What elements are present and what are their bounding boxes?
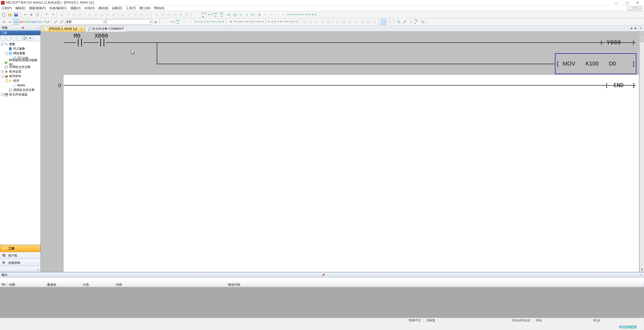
edit-c4[interactable]: ⬚ <box>320 19 325 25</box>
edit-sf6[interactable]: ⊢/⊣ <box>176 19 182 25</box>
zoom-in-button[interactable]: 🔍+ <box>414 19 420 25</box>
navcat-userlib[interactable]: 📚用户库 <box>0 252 40 259</box>
menu-help[interactable]: 帮助(H) <box>154 6 164 10</box>
ladder-cf9[interactable]: ×— <box>250 12 256 18</box>
col-dataname[interactable]: 数据名 <box>46 282 81 287</box>
col-content[interactable]: 内容 <box>115 282 226 287</box>
open-button[interactable] <box>7 12 13 18</box>
tree-tool-1[interactable]: 📄 <box>1 36 6 40</box>
tree-param[interactable]: -🔧参数 <box>0 42 40 46</box>
mdi-restore[interactable]: ❐ <box>633 6 637 10</box>
ladder-f9-hline[interactable]: — <box>238 12 244 18</box>
ladder-cf10[interactable]: ×| <box>256 12 262 18</box>
edit-b3[interactable]: ⊢⊣ <box>246 19 252 25</box>
tool-btn-a6[interactable]: ⬚ <box>93 12 98 18</box>
ladder-sf5[interactable]: ⊢⊣ <box>208 12 213 18</box>
edit-b7[interactable]: ⊢⊣ <box>274 19 279 25</box>
menu-tools[interactable]: 工具(T) <box>126 6 136 10</box>
col-result[interactable]: 结果 <box>8 282 46 287</box>
edit-c3[interactable]: ⬚ <box>313 19 319 25</box>
tool-btn-a18[interactable]: ⬚ <box>172 12 178 18</box>
edit-f1[interactable]: 🔍 <box>396 19 402 25</box>
tool-btn-a4[interactable]: ⬚ <box>77 12 83 18</box>
tree-plc-param[interactable]: 📘PLC参数 <box>0 46 40 51</box>
redo-button[interactable]: ↷ <box>50 12 55 18</box>
ladder-f6[interactable]: ⊢/⊣ <box>214 12 219 18</box>
tree-tool-5[interactable]: 🔄 <box>22 36 27 40</box>
edit-sf8[interactable]: ↓ <box>188 19 194 25</box>
minimize-button[interactable]: — <box>611 0 622 6</box>
view-btn-2[interactable]: ▭ <box>7 19 13 25</box>
col-class[interactable]: 分类 <box>81 282 115 287</box>
edit-f2[interactable]: 🔎 <box>402 19 408 25</box>
maximize-button[interactable]: ▢ <box>622 0 632 6</box>
zoom-dropdown-button[interactable]: 🔍▾ <box>44 19 49 25</box>
tree-tool-2[interactable]: 📄 <box>6 36 11 40</box>
tool-btn-a3[interactable]: ⬚ <box>71 12 77 18</box>
navcat-project[interactable]: 📁工程 <box>0 245 40 252</box>
tool-btn-a8[interactable]: ⬚ <box>105 12 110 18</box>
tab-close-icon[interactable]: × <box>80 28 83 31</box>
del-contact-button[interactable]: ✕ <box>228 19 234 25</box>
scroll-thumb[interactable] <box>640 32 643 42</box>
mdi-close[interactable]: × <box>638 6 642 10</box>
tree-program[interactable]: -📁程序 <box>0 78 40 83</box>
edit-saf5[interactable]: ⊢⊣ <box>201 19 206 25</box>
view-btn-7[interactable]: DEV <box>38 19 43 25</box>
mdi-minimize[interactable]: _ <box>628 6 632 10</box>
edit-b10[interactable]: ⊢⊣ <box>292 19 298 25</box>
edit-b5[interactable]: ⊢⊣ <box>259 19 264 25</box>
ladder-sf6[interactable]: ⊢/⊣ <box>220 12 225 18</box>
edit-d4[interactable]: ⬚ <box>353 19 359 25</box>
navcat-target[interactable]: 🖥连接目标 <box>0 259 40 266</box>
ladder-af5[interactable]: ⊢⊣ <box>287 12 293 18</box>
zoom-out-button[interactable]: 🔍- <box>420 19 426 25</box>
tree-tool-3[interactable]: 📄 <box>12 36 16 40</box>
ladder-af7[interactable]: ↑ <box>275 12 280 18</box>
scroll-down-icon[interactable]: ▼ <box>640 268 644 272</box>
nav-pin-icon[interactable]: 📌 <box>21 27 24 29</box>
edit-sf7[interactable]: ↑ <box>182 19 188 25</box>
ladder-af10[interactable]: ⊢⊣ <box>311 12 317 18</box>
ladder-sf8-fall[interactable]: ↓ <box>269 12 274 18</box>
view-btn-6[interactable]: DEV <box>32 19 37 25</box>
tree-main[interactable]: 📄MAIN <box>0 83 40 88</box>
tab-prev-button[interactable]: ◀ <box>629 26 633 30</box>
ladder-sf9-vline[interactable]: | <box>244 12 250 18</box>
tab-list-button[interactable]: ▾ <box>638 26 642 30</box>
edit-c5[interactable]: ⬚ <box>326 19 331 25</box>
edit-f3[interactable]: ⬚ <box>408 19 414 25</box>
cut-button[interactable]: ✂ <box>22 12 28 18</box>
paste-button[interactable]: 📋 <box>35 12 40 18</box>
save-button[interactable] <box>13 12 19 18</box>
edit-b8[interactable]: ⊢⊣ <box>280 19 285 25</box>
menu-view[interactable]: 视图(V) <box>70 6 81 10</box>
edit-af5[interactable]: ⊢⊣ <box>194 19 200 25</box>
col-errcode[interactable]: 错误代码 <box>226 282 247 287</box>
output-close-icon[interactable]: × <box>640 273 641 276</box>
tool-btn-a14[interactable]: ⬚ <box>145 12 150 18</box>
tab-next-button[interactable]: ▶ <box>634 26 638 30</box>
view-btn-3-active[interactable]: ▭ <box>13 19 19 25</box>
tool-btn-a19[interactable]: ⬚ <box>178 12 184 18</box>
edit-d2[interactable]: ⬚ <box>341 19 347 25</box>
tool-btn-a10[interactable]: ⬚ <box>120 12 126 18</box>
tool-btn-a9[interactable]: ⬚ <box>111 12 117 18</box>
tool-btn-a7[interactable]: ⬚ <box>99 12 104 18</box>
ladder-caf5[interactable]: ⊢⊣ <box>293 12 299 18</box>
undo-button[interactable]: ↶ <box>44 12 49 18</box>
edit-c2[interactable]: ⬚ <box>307 19 313 25</box>
nav-close-icon[interactable]: × <box>37 27 39 29</box>
copy-button[interactable]: ⧉ <box>28 12 34 18</box>
menu-search[interactable]: 搜索/替换(F) <box>29 6 46 10</box>
tool-btn-a1[interactable]: ⬚ <box>59 12 65 18</box>
view-btn-5[interactable]: DEV <box>25 19 31 25</box>
contact-m0[interactable] <box>76 39 83 46</box>
view-btn-1[interactable]: ▭ <box>1 19 7 25</box>
menu-online[interactable]: 在线(O) <box>84 6 95 10</box>
close-button[interactable]: ✕ <box>632 0 643 6</box>
tab-device-comment[interactable]: 💬 软元件注释 COMMENT <box>85 26 126 32</box>
edit-b1[interactable]: ⊢⊣ <box>234 19 240 25</box>
end-instruction[interactable]: END <box>613 82 624 88</box>
edit-b4[interactable]: ⊢⊣ <box>252 19 258 25</box>
